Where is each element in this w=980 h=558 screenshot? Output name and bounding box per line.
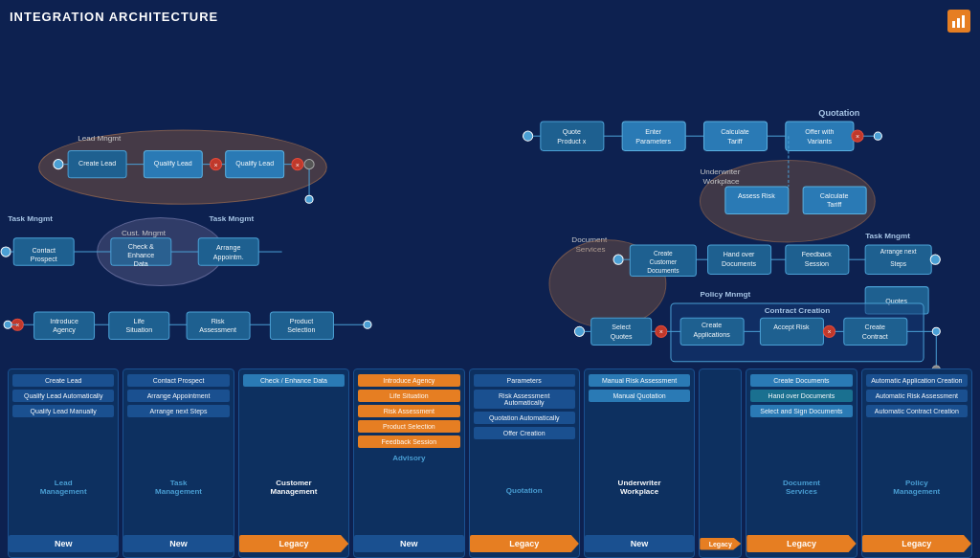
panel-footer-customer: Legacy [239,530,348,557]
svg-text:Calculate: Calculate [721,128,749,136]
svg-text:Create: Create [702,322,722,329]
panel-label-task: TaskManagement [123,477,233,530]
svg-text:Create Lead: Create Lead [78,160,116,167]
svg-text:Applications: Applications [693,331,730,339]
svg-rect-137 [844,318,907,345]
svg-text:Arrange: Arrange [216,244,240,252]
svg-point-99 [549,240,666,327]
svg-text:×: × [659,328,663,336]
panel-footer-quotation: Legacy [470,530,579,557]
panel-label-advisory: Advisory [354,452,463,531]
svg-text:Tariff: Tariff [727,138,742,145]
panel-lead-management: Create Lead Qualify Lead Automatically Q… [8,368,119,558]
svg-text:Enhance: Enhance [127,252,154,259]
svg-text:Create: Create [654,250,673,257]
svg-point-148 [932,327,940,335]
panel-item: Life Situation [358,390,459,402]
panel-label-document: DocumentServices [746,477,856,530]
svg-rect-121 [865,287,928,314]
panel-item: Automatic Application Creation [866,374,968,387]
svg-rect-11 [226,150,284,177]
svg-text:Introduce: Introduce [50,318,78,325]
panel-footer-advisory: New [354,530,463,557]
svg-text:Steps: Steps [890,260,907,268]
panel-underwriter-new: Manual Risk Assessment Manual Quotation … [584,368,695,558]
svg-text:Variants: Variants [808,138,833,145]
svg-text:Contact: Contact [32,247,56,255]
panel-item: Parameters [474,374,575,387]
svg-text:Product x: Product x [557,138,586,145]
svg-rect-125 [591,318,652,345]
svg-text:Qualify Lead: Qualify Lead [154,160,192,167]
svg-rect-75 [786,122,854,150]
svg-text:Tariff: Tariff [827,201,841,209]
svg-text:Underwriter: Underwriter [700,167,740,176]
panel-footer-underwriter-new: New [585,530,694,557]
panel-underwriter-legacy-content [700,369,741,454]
svg-text:Task Mngmt: Task Mngmt [8,214,53,223]
svg-text:Document: Document [571,235,608,244]
panel-item: Create Documents [750,374,852,387]
panel-footer-lead: New [9,530,118,557]
svg-rect-105 [708,245,771,274]
svg-text:Customer: Customer [650,258,678,265]
panel-label-policy: PolicyManagement [862,477,971,530]
chart-icon [947,10,970,33]
panel-item: Risk Assessment [358,405,459,417]
panel-lead-management-content: Create Lead Qualify Lead Automatically Q… [9,369,118,426]
svg-rect-133 [760,318,823,345]
svg-text:Qualify Lead: Qualify Lead [235,160,274,167]
svg-text:Feedback: Feedback [802,251,833,258]
svg-rect-31 [111,238,171,265]
svg-rect-28 [13,238,74,265]
svg-text:Check &: Check & [128,243,154,251]
svg-text:Create: Create [865,324,885,331]
panel-label-quotation: Quotation [470,484,579,531]
panel-advisory: Introduce Agency Life Situation Risk Ass… [353,368,464,558]
svg-text:Arrange next: Arrange next [880,248,917,256]
panel-item: Manual Risk Assessment [589,374,690,387]
panel-item: Arrange Appointment [127,390,229,402]
panel-item: Offer Creation [474,427,575,439]
svg-text:Select: Select [612,324,631,331]
badge-new: New [123,535,233,552]
svg-point-86 [874,132,881,140]
svg-rect-2 [962,15,965,28]
svg-text:Contract: Contract [862,333,888,341]
svg-point-38 [1,247,11,257]
svg-point-15 [54,160,63,169]
svg-text:Quotes: Quotes [885,298,907,305]
panel-quotation-content: Parameters Risk Assessment Automatically… [470,369,579,441]
svg-rect-48 [109,312,169,339]
badge-new: New [9,535,118,552]
svg-text:Quote: Quote [563,128,581,136]
svg-rect-45 [34,312,95,339]
svg-rect-1 [957,18,960,28]
svg-text:×: × [296,162,300,169]
svg-text:Workplace: Workplace [702,177,740,186]
panel-policy-management-content: Automatic Application Creation Automatic… [862,369,971,426]
svg-text:Agency: Agency [53,326,76,334]
panel-label-underwriter: UnderwriterWorkplace [585,477,694,530]
svg-text:Accept Risk: Accept Risk [773,324,810,331]
panel-footer-policy: Legacy [862,530,971,557]
svg-text:Life: Life [134,318,145,325]
panel-label-lead: LeadManagement [9,477,118,530]
panel-item: Automatic Contract Creation [866,405,968,417]
page-title: INTEGRATION ARCHITECTURE [10,10,218,24]
svg-text:Session: Session [805,260,829,268]
badge-new: New [585,535,694,552]
svg-point-43 [11,319,23,330]
panel-underwriter-new-content: Manual Risk Assessment Manual Quotation [585,369,694,426]
panel-item: Arrange next Steps [127,405,229,417]
svg-rect-101 [630,245,696,277]
svg-point-23 [305,195,313,203]
svg-text:Offer with: Offer with [805,128,834,136]
panel-customer-management-content: Check / Enhance Data [239,369,348,426]
svg-text:Services: Services [575,245,605,254]
panel-item: Manual Quotation [589,390,690,402]
svg-text:Situation: Situation [125,326,152,334]
svg-rect-51 [187,312,250,339]
svg-rect-92 [803,187,866,213]
svg-text:×: × [15,322,19,329]
